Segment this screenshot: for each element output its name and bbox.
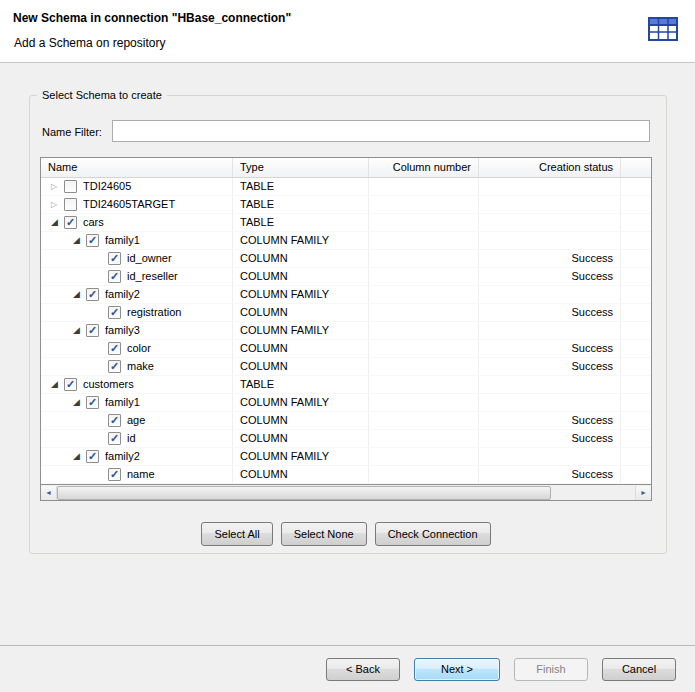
row-column-number [369,232,479,249]
column-header-creation-status[interactable]: Creation status [479,158,621,177]
table-row[interactable]: ◢✓carsTABLE [41,214,651,232]
row-name-cell: ◢✓family2 [41,286,233,303]
tree-expand-icon[interactable]: ▷ [51,196,64,213]
row-checkbox[interactable]: ✓ [86,396,99,409]
row-name-cell: ▷TDI24605TARGET [41,196,233,213]
tree-indent [51,276,95,277]
table-row[interactable]: ◢✓family3COLUMN FAMILY [41,322,651,340]
column-header-name[interactable]: Name [41,158,233,177]
tree-collapse-icon[interactable]: ◢ [51,214,64,231]
row-creation-status [479,178,621,195]
row-end-spacer [621,232,651,249]
row-end-spacer [621,178,651,195]
cancel-button[interactable]: Cancel [602,658,676,681]
name-filter-input[interactable] [112,120,650,142]
table-row[interactable]: ✓ageCOLUMNSuccess [41,412,651,430]
row-name: id [127,430,136,447]
row-name: family3 [105,322,140,339]
scroll-left-button[interactable]: ◄ [41,486,57,500]
tree-collapse-icon[interactable]: ◢ [73,322,86,339]
column-header-column-number[interactable]: Column number [369,158,479,177]
scroll-track[interactable] [57,486,635,500]
row-name-cell: ▷TDI24605 [41,178,233,195]
table-row[interactable]: ◢✓family1COLUMN FAMILY [41,394,651,412]
row-type: COLUMN FAMILY [233,448,369,465]
row-checkbox[interactable]: ✓ [108,468,121,481]
table-row[interactable]: ▷TDI24605TABLE [41,178,651,196]
row-column-number [369,430,479,447]
table-row[interactable]: ◢✓family2COLUMN FAMILY [41,286,651,304]
row-creation-status: Success [479,340,621,357]
tree-collapse-icon[interactable]: ◢ [51,376,64,393]
table-row[interactable]: ◢✓family2COLUMN FAMILY [41,448,651,466]
table-row[interactable]: ✓id_resellerCOLUMNSuccess [41,268,651,286]
row-type: COLUMN [233,358,369,375]
h-scrollbar[interactable]: ◄ ► [40,485,652,501]
next-button[interactable]: Next > [414,658,500,681]
row-checkbox[interactable]: ✓ [64,378,77,391]
row-end-spacer [621,394,651,411]
table-row[interactable]: ✓id_ownerCOLUMNSuccess [41,250,651,268]
scroll-right-button[interactable]: ► [635,486,651,500]
table-header-row: Name Type Column number Creation status [41,158,651,178]
row-end-spacer [621,340,651,357]
tree-indent [51,330,73,331]
row-type: COLUMN [233,430,369,447]
row-column-number [369,286,479,303]
tree-collapse-icon[interactable]: ◢ [73,232,86,249]
back-button[interactable]: < Back [326,658,400,681]
row-checkbox[interactable]: ✓ [108,306,121,319]
row-checkbox[interactable]: ✓ [108,360,121,373]
tree-collapse-icon[interactable]: ◢ [73,286,86,303]
row-column-number [369,448,479,465]
row-name: family1 [105,232,140,249]
row-checkbox[interactable]: ✓ [108,252,121,265]
row-checkbox[interactable] [64,180,77,193]
row-column-number [369,394,479,411]
scroll-thumb[interactable] [57,486,551,500]
table-row[interactable]: ✓colorCOLUMNSuccess [41,340,651,358]
row-checkbox[interactable] [64,198,77,211]
row-checkbox[interactable]: ✓ [86,324,99,337]
tree-indent [51,258,95,259]
row-checkbox[interactable]: ✓ [108,342,121,355]
row-checkbox[interactable]: ✓ [108,432,121,445]
table-row[interactable]: ✓registrationCOLUMNSuccess [41,304,651,322]
tree-indent [51,420,95,421]
select-none-button[interactable]: Select None [281,522,367,546]
row-name: name [127,466,155,483]
tree-collapse-icon[interactable]: ◢ [73,394,86,411]
row-type: COLUMN [233,250,369,267]
row-checkbox[interactable]: ✓ [108,414,121,427]
table-row[interactable]: ✓makeCOLUMNSuccess [41,358,651,376]
row-end-spacer [621,412,651,429]
wizard-button-bar: < Back Next > Finish Cancel [0,645,695,692]
row-name: color [127,340,151,357]
row-column-number [369,466,479,483]
tree-expand-icon[interactable]: ▷ [51,178,64,195]
table-row[interactable]: ◢✓customersTABLE [41,376,651,394]
row-checkbox[interactable]: ✓ [108,270,121,283]
check-connection-button[interactable]: Check Connection [375,522,491,546]
tree-collapse-icon[interactable]: ◢ [73,448,86,465]
table-row[interactable]: ✓nameCOLUMNSuccess [41,466,651,484]
table-row[interactable]: ✓idCOLUMNSuccess [41,430,651,448]
row-column-number [369,196,479,213]
row-creation-status [479,322,621,339]
row-name: id_owner [127,250,172,267]
row-name-cell: ✓id_owner [41,250,233,267]
row-checkbox[interactable]: ✓ [86,450,99,463]
row-creation-status: Success [479,412,621,429]
row-end-spacer [621,466,651,483]
row-name: age [127,412,145,429]
row-checkbox[interactable]: ✓ [86,234,99,247]
row-creation-status [479,214,621,231]
column-header-type[interactable]: Type [233,158,369,177]
select-all-button[interactable]: Select All [201,522,272,546]
row-end-spacer [621,448,651,465]
table-row[interactable]: ◢✓family1COLUMN FAMILY [41,232,651,250]
row-name-cell: ✓age [41,412,233,429]
table-row[interactable]: ▷TDI24605TARGETTABLE [41,196,651,214]
row-checkbox[interactable]: ✓ [86,288,99,301]
row-checkbox[interactable]: ✓ [64,216,77,229]
